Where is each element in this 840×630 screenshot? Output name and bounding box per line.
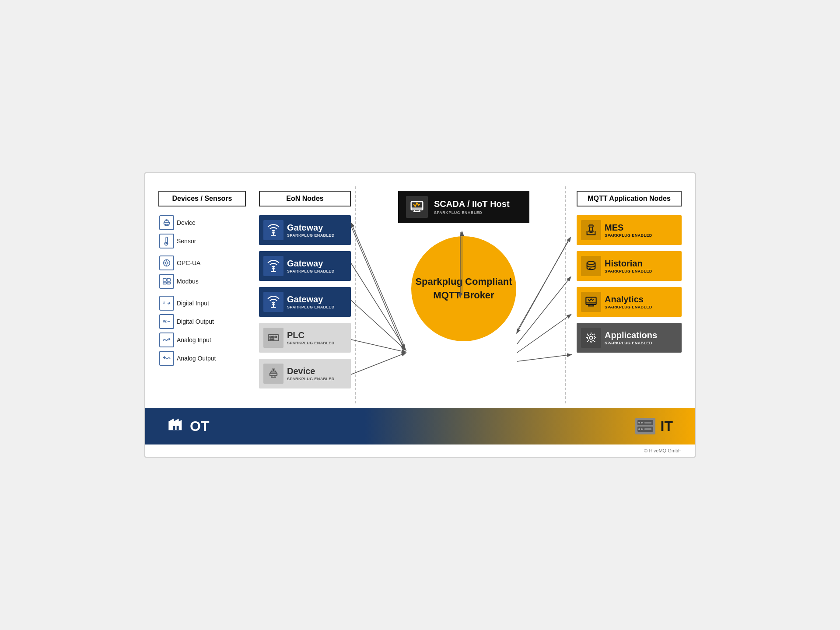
analog-output-icon	[159, 351, 174, 366]
svg-rect-21	[273, 339, 274, 340]
scada-text: SCADA / IIoT Host SPARKPLUG ENABLED	[434, 199, 510, 215]
col-center: SCADA / IIoT Host SPARKPLUG ENABLED Spar…	[355, 191, 572, 341]
applications-title: Applications	[605, 331, 657, 340]
broker-line2: MQTT Broker	[433, 289, 494, 302]
digital-input-icon: #	[159, 296, 174, 311]
svg-point-29	[588, 334, 595, 341]
opcua-icon	[159, 256, 174, 270]
applications-text: Applications SPARKPLUG ENABLED	[605, 331, 657, 345]
svg-point-50	[641, 422, 643, 424]
plc-title: PLC	[287, 331, 335, 340]
modbus-label: Modbus	[177, 278, 199, 285]
svg-rect-19	[275, 336, 277, 338]
historian-sub: SPARKPLUG ENABLED	[605, 269, 652, 273]
robot-arm-icon	[159, 215, 174, 230]
sensor-row: Sensor	[159, 234, 246, 248]
io-group: # Digital Input # Digital Output	[158, 296, 246, 366]
it-section: IT	[635, 418, 673, 434]
plc-sub: SPARKPLUG ENABLED	[287, 341, 335, 345]
svg-rect-5	[167, 279, 170, 281]
mes-title: MES	[605, 223, 652, 232]
gateway-3-node: Gateway SPARKPLUG ENABLED	[259, 287, 351, 317]
scada-sub: SPARKPLUG ENABLED	[434, 210, 510, 215]
device-label: Device	[177, 219, 196, 226]
opcua-label: OPC-UA	[177, 259, 200, 266]
historian-title: Historian	[605, 259, 652, 268]
digital-output-row: # Digital Output	[159, 314, 246, 329]
svg-point-53	[641, 428, 643, 430]
ot-label: OT	[190, 418, 209, 434]
svg-rect-25	[590, 227, 593, 231]
svg-point-1	[166, 242, 168, 244]
svg-text:#: #	[163, 319, 165, 323]
svg-point-3	[165, 262, 168, 264]
eon-device-icon	[263, 364, 284, 384]
digital-input-label: Digital Input	[177, 300, 209, 307]
gateway-1-icon	[263, 220, 284, 240]
col-mqtt-apps: MQTT Application Nodes MES SPARKPLUG ENA…	[577, 191, 682, 359]
analog-output-label: Analog Output	[177, 355, 216, 362]
mes-node: MES SPARKPLUG ENABLED	[577, 215, 682, 245]
modbus-row: Modbus	[159, 274, 246, 289]
svg-point-28	[590, 336, 593, 340]
svg-rect-0	[164, 222, 170, 224]
eon-device-sub: SPARKPLUG ENABLED	[287, 377, 335, 381]
svg-rect-22	[270, 373, 277, 376]
eon-device-node: Device SPARKPLUG ENABLED	[259, 359, 351, 388]
gateway-2-icon	[263, 256, 284, 276]
mes-text: MES SPARKPLUG ENABLED	[605, 223, 652, 238]
svg-point-49	[638, 422, 640, 424]
modbus-icon	[159, 274, 174, 289]
main-diagram: Devices / Sensors Device	[158, 186, 682, 403]
factory-icon	[167, 416, 185, 437]
svg-rect-51	[644, 422, 651, 424]
col-eon: EoN Nodes Gateway SPARKPLUG ENABLED	[259, 191, 351, 395]
analytics-sub: SPARKPLUG ENABLED	[605, 305, 652, 309]
applications-sub: SPARKPLUG ENABLED	[605, 341, 657, 345]
digital-input-row: # Digital Input	[159, 296, 246, 311]
svg-rect-54	[644, 428, 651, 430]
analog-input-label: Analog Input	[177, 336, 211, 343]
broker-circle: Sparkplug Compliant MQTT Broker	[411, 236, 516, 341]
broker-line1: Sparkplug Compliant	[415, 275, 512, 289]
mes-sub: SPARKPLUG ENABLED	[605, 233, 652, 238]
devices-header: Devices / Sensors	[158, 191, 246, 206]
diagram-container: Devices / Sensors Device	[144, 172, 696, 458]
svg-text:#: #	[163, 301, 165, 305]
scada-icon	[406, 196, 428, 218]
svg-point-26	[587, 262, 595, 265]
applications-node: Applications SPARKPLUG ENABLED	[577, 323, 682, 353]
svg-rect-17	[270, 336, 272, 338]
scada-node: SCADA / IIoT Host SPARKPLUG ENABLED	[398, 191, 529, 223]
mes-icon	[581, 220, 601, 240]
analog-input-row: Analog Input	[159, 332, 246, 347]
analog-output-row: Analog Output	[159, 351, 246, 366]
svg-rect-11	[271, 235, 276, 236]
historian-node: Historian SPARKPLUG ENABLED	[577, 251, 682, 281]
opcua-modbus-group: OPC-UA Modbus	[158, 256, 246, 289]
eon-device-text: Device SPARKPLUG ENABLED	[287, 367, 335, 381]
gateway-2-sub: SPARKPLUG ENABLED	[287, 269, 335, 273]
plc-icon	[263, 328, 284, 348]
gateway-2-title: Gateway	[287, 259, 335, 268]
eon-header: EoN Nodes	[259, 191, 351, 206]
digital-output-icon: #	[159, 314, 174, 329]
historian-icon	[581, 256, 601, 276]
svg-line-44	[517, 355, 570, 361]
opcua-row: OPC-UA	[159, 256, 246, 270]
analytics-text: Analytics SPARKPLUG ENABLED	[605, 295, 652, 309]
svg-point-10	[273, 232, 274, 234]
eon-device-title: Device	[287, 367, 335, 375]
digital-output-label: Digital Output	[177, 318, 214, 325]
analytics-title: Analytics	[605, 295, 652, 304]
gateway-3-title: Gateway	[287, 295, 335, 304]
gateway-1-title: Gateway	[287, 223, 335, 232]
svg-rect-4	[163, 279, 166, 281]
svg-point-14	[273, 304, 274, 305]
svg-rect-18	[273, 336, 274, 338]
thermometer-icon	[159, 234, 174, 248]
it-label: IT	[661, 418, 673, 434]
svg-line-36	[351, 340, 404, 352]
svg-rect-20	[270, 339, 272, 340]
gateway-2-text: Gateway SPARKPLUG ENABLED	[287, 259, 335, 273]
